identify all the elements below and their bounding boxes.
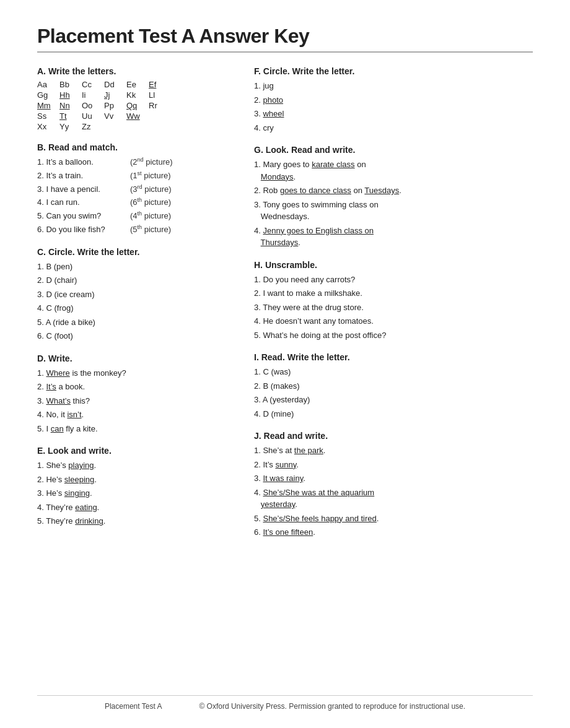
list-item: 1. It’s a balloon. (2nd picture) — [37, 156, 229, 168]
letter: Nn — [59, 101, 76, 110]
main-columns: A. Write the letters. Aa Bb Cc Dd Ee Ef … — [37, 66, 533, 550]
list-item: 3. What’s this? — [37, 395, 229, 407]
list-item: 3. They were at the drug store. — [254, 301, 533, 314]
list-item: 5. Can you swim? (4th picture) — [37, 210, 229, 222]
list-item: 3. wheel — [254, 108, 533, 120]
section-d-title: D. Write. — [37, 353, 229, 363]
section-b: B. Read and match. 1. It’s a balloon. (2… — [37, 142, 229, 236]
section-h: H. Unscramble. 1. Do you need any carrot… — [254, 260, 533, 342]
footer-right: © Oxford University Press. Permission gr… — [199, 702, 465, 711]
letter: Uu — [82, 111, 98, 121]
list-item: 2. It’s a train. (1st picture) — [37, 170, 229, 182]
list-item: 5. They’re drinking. — [37, 515, 229, 527]
letter — [149, 111, 165, 121]
list-item: 3. Tony goes to swimming class on Wednes… — [254, 199, 533, 223]
list-item: 5. She’s/She feels happy and tired. — [254, 513, 533, 525]
title-divider — [37, 51, 533, 53]
page-title: Placement Test A Answer Key — [37, 25, 533, 48]
letter: Mm — [37, 101, 53, 110]
list-item: 1. jug — [254, 80, 533, 92]
list-item: 2. He’s sleeping. — [37, 474, 229, 486]
list-item: 4. He doesn’t want any tomatoes. — [254, 315, 533, 327]
list-item: 1. C (was) — [254, 366, 533, 378]
list-item: 3. He’s singing. — [37, 487, 229, 500]
section-e: E. Look and write. 1. She’s playing. 2. … — [37, 446, 229, 527]
letter: Kk — [126, 90, 142, 100]
section-i-title: I. Read. Write the letter. — [254, 352, 533, 362]
section-g-title: G. Look. Read and write. — [254, 145, 533, 155]
page: Placement Test A Answer Key A. Write the… — [0, 0, 570, 599]
section-e-title: E. Look and write. — [37, 446, 229, 456]
list-item: 1. Mary goes to karate class on Mondays. — [254, 158, 533, 183]
list-item: 2. Rob goes to dance class on Tuesdays. — [254, 184, 533, 197]
list-item: 1. B (pen) — [37, 261, 229, 273]
footer: Placement Test A © Oxford University Pre… — [37, 695, 533, 711]
letter: Tt — [59, 111, 76, 121]
list-item: 2. It’s a book. — [37, 381, 229, 393]
section-c: C. Circle. Write the letter. 1. B (pen) … — [37, 247, 229, 342]
section-d: D. Write. 1. Where is the monkey? 2. It’… — [37, 353, 229, 435]
letter: Dd — [104, 80, 120, 89]
list-item: 3. I have a pencil. (3rd picture) — [37, 183, 229, 196]
list-item: 4. She’s/She was at the aquarium yesterd… — [254, 487, 533, 511]
letter: Rr — [149, 101, 165, 110]
letter: Ss — [37, 111, 53, 121]
letter: Cc — [82, 80, 98, 89]
letter: Zz — [82, 122, 98, 131]
letter: Ww — [126, 111, 142, 121]
letter: Ee — [126, 80, 142, 89]
list-item: 4. Jenny goes to English class on Thursd… — [254, 225, 533, 249]
list-item: 4. They’re eating. — [37, 501, 229, 514]
section-b-title: B. Read and match. — [37, 142, 229, 152]
list-item: 2. B (makes) — [254, 380, 533, 392]
letter: Pp — [104, 101, 120, 110]
list-item: 5. I can fly a kite. — [37, 423, 229, 435]
list-item: 1. Where is the monkey? — [37, 367, 229, 379]
section-b-list: 1. It’s a balloon. (2nd picture) 2. It’s… — [37, 156, 229, 236]
letter — [104, 122, 120, 131]
section-f-title: F. Circle. Write the letter. — [254, 66, 533, 76]
list-item: 2. photo — [254, 94, 533, 106]
letter — [149, 122, 165, 131]
letter: Oo — [82, 101, 98, 110]
letter: Gg — [37, 90, 53, 100]
list-item: 1. She’s playing. — [37, 459, 229, 472]
list-item: 3. It was rainy. — [254, 472, 533, 485]
list-item: 4. D (mine) — [254, 408, 533, 420]
list-item: 4. No, it isn’t. — [37, 409, 229, 421]
section-a: A. Write the letters. Aa Bb Cc Dd Ee Ef … — [37, 66, 229, 131]
letter: Ll — [149, 90, 165, 100]
list-item: 5. A (ride a bike) — [37, 316, 229, 329]
list-item: 6. C (foot) — [37, 330, 229, 342]
list-item: 3. D (ice cream) — [37, 288, 229, 301]
list-item: 1. She’s at the park. — [254, 444, 533, 457]
letter: Bb — [59, 80, 76, 89]
section-g: G. Look. Read and write. 1. Mary goes to… — [254, 145, 533, 249]
list-item: 2. It’s sunny. — [254, 459, 533, 471]
list-item: 3. A (yesterday) — [254, 394, 533, 406]
footer-left: Placement Test A — [105, 702, 162, 711]
section-i: I. Read. Write the letter. 1. C (was) 2.… — [254, 352, 533, 420]
letter: Hh — [59, 90, 76, 100]
letter: Aa — [37, 80, 53, 89]
list-item: 4. C (frog) — [37, 302, 229, 314]
letter: Ii — [82, 90, 98, 100]
list-item: 4. cry — [254, 122, 533, 134]
section-c-title: C. Circle. Write the letter. — [37, 247, 229, 257]
letter: Xx — [37, 122, 53, 131]
letter — [126, 122, 142, 131]
letter: Vv — [104, 111, 120, 121]
letter: Yy — [59, 122, 76, 131]
left-column: A. Write the letters. Aa Bb Cc Dd Ee Ef … — [37, 66, 229, 550]
section-a-title: A. Write the letters. — [37, 66, 229, 76]
letter: Jj — [104, 90, 120, 100]
section-j: J. Read and write. 1. She’s at the park.… — [254, 431, 533, 539]
letter: Ef — [149, 80, 165, 89]
section-h-title: H. Unscramble. — [254, 260, 533, 270]
section-f: F. Circle. Write the letter. 1. jug 2. p… — [254, 66, 533, 134]
list-item: 6. It’s one fifteen. — [254, 526, 533, 539]
right-column: F. Circle. Write the letter. 1. jug 2. p… — [254, 66, 533, 550]
section-j-title: J. Read and write. — [254, 431, 533, 441]
letter: Qq — [126, 101, 142, 110]
letters-grid: Aa Bb Cc Dd Ee Ef Gg Hh Ii Jj Kk Ll Mm N… — [37, 80, 165, 131]
